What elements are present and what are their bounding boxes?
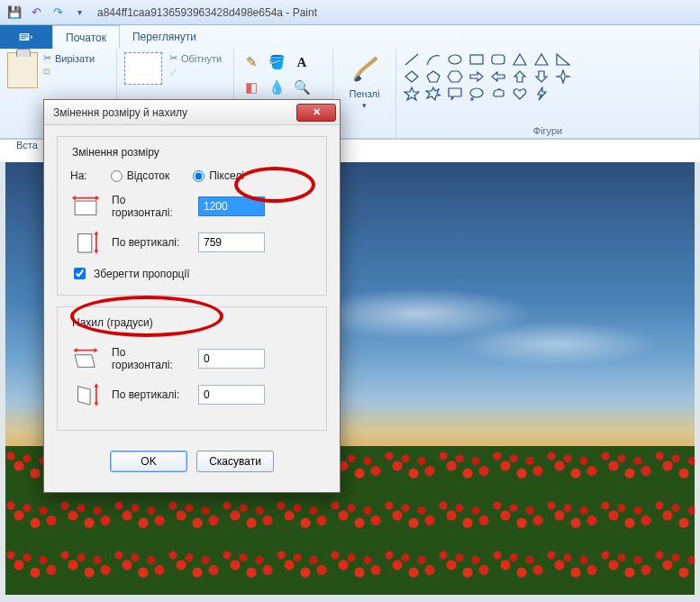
resize-button[interactable]: ⤢ (169, 67, 222, 78)
shape-star4-icon[interactable] (555, 69, 571, 84)
chevron-down-icon[interactable]: ▾ (362, 101, 367, 110)
shape-star5-icon[interactable] (404, 87, 420, 101)
horizontal-label: По горизонталі: (112, 194, 189, 220)
shape-heart-icon[interactable] (512, 87, 528, 101)
shape-arrow-r-icon[interactable] (468, 69, 485, 84)
fill-icon[interactable]: 🪣 (267, 52, 286, 72)
vertical-input[interactable] (198, 233, 265, 252)
shape-arrow-d-icon[interactable] (533, 69, 550, 84)
svg-marker-8 (514, 54, 526, 65)
cancel-button[interactable]: Скасувати (196, 451, 274, 472)
skew-vertical-label: По вертикалі: (112, 388, 189, 401)
shapes-group-label: Фігури (404, 125, 692, 136)
crop-label: Обітнути (181, 53, 222, 64)
cut-button[interactable]: ✂ Вирізати (43, 52, 95, 64)
skew-fieldset: Нахил (градуси) По горизонталі: По верти… (57, 306, 327, 431)
tab-home[interactable]: Початок (52, 25, 120, 49)
svg-rect-2 (21, 36, 28, 37)
resize-fieldset-title: Змінення розміру (68, 146, 163, 159)
skew-fieldset-title: Нахил (градуси) (68, 316, 157, 329)
scissors-icon: ✂ (43, 52, 51, 64)
select-icon[interactable] (124, 52, 162, 85)
ribbon-group-shapes: Фігури (396, 49, 700, 138)
qat-dropdown-icon[interactable]: ▾ (70, 4, 88, 22)
svg-rect-7 (492, 55, 505, 64)
svg-rect-24 (78, 234, 92, 252)
svg-line-4 (405, 54, 418, 65)
shape-callout-rect-icon[interactable] (447, 87, 463, 101)
shape-arrow-l-icon[interactable] (490, 69, 506, 84)
svg-marker-16 (426, 87, 441, 100)
radio-pixels-label: Пікселі (209, 169, 244, 182)
window-title: a844ff1caa9136593963428d498e654a - Paint (97, 6, 317, 19)
eraser-icon[interactable]: ◧ (241, 78, 261, 97)
pencil-icon[interactable]: ✎ (241, 52, 261, 72)
shape-hexagon-icon[interactable] (447, 69, 463, 84)
save-icon[interactable]: 💾 (5, 4, 23, 22)
file-tab[interactable] (0, 25, 52, 49)
keep-ratio-checkbox[interactable]: Зберегти пропорції (70, 265, 315, 282)
skew-horizontal-input[interactable] (198, 349, 265, 369)
brush-icon[interactable] (348, 52, 382, 87)
close-icon: ✕ (313, 106, 321, 118)
svg-marker-26 (94, 231, 98, 234)
shape-rect-icon[interactable] (468, 52, 485, 67)
shape-curve-icon[interactable] (425, 52, 441, 67)
radio-pixels[interactable]: Пікселі (193, 169, 244, 182)
shape-star6-icon[interactable] (425, 87, 441, 101)
radio-percent[interactable]: Відсоток (111, 169, 170, 182)
shape-diamond-icon[interactable] (404, 69, 420, 84)
svg-marker-10 (557, 54, 569, 65)
shape-arrow-u-icon[interactable] (512, 69, 528, 84)
paste-label-fragment: Вста (16, 140, 38, 150)
brushes-label: Пензлі (350, 88, 380, 99)
resize-skew-dialog: Змінення розміру й нахилу ✕ Змінення роз… (43, 99, 341, 493)
shape-roundrect-icon[interactable] (490, 52, 506, 67)
redo-icon[interactable]: ↷ (49, 4, 67, 22)
copy-icon: ⧉ (43, 66, 50, 78)
svg-point-5 (449, 55, 461, 64)
ribbon-group-brushes: Пензлі ▾ (333, 49, 396, 138)
tab-view[interactable]: Переглянути (120, 25, 209, 49)
svg-marker-32 (78, 387, 91, 405)
quick-access-toolbar: 💾 ↶ ↷ ▾ (0, 4, 88, 22)
shapes-gallery[interactable] (404, 52, 575, 101)
keep-ratio-input[interactable] (74, 268, 86, 279)
horizontal-input[interactable] (198, 196, 265, 216)
cut-label: Вирізати (55, 53, 95, 64)
copy-button[interactable]: ⧉ (43, 66, 95, 78)
magnifier-icon[interactable]: 🔍 (292, 78, 312, 97)
svg-marker-19 (538, 87, 546, 100)
vertical-resize-icon (68, 229, 103, 256)
crop-icon: ✂ (169, 52, 177, 64)
svg-marker-9 (535, 54, 548, 65)
shape-triangle-icon[interactable] (533, 52, 550, 67)
svg-marker-13 (448, 71, 462, 82)
vertical-label: По вертикалі: (112, 236, 189, 249)
shape-righttri-icon[interactable] (555, 52, 571, 67)
svg-rect-3 (21, 38, 25, 39)
by-label: На: (70, 169, 87, 182)
paste-icon[interactable] (7, 52, 38, 88)
shape-oval-icon[interactable] (447, 52, 463, 67)
close-button[interactable]: ✕ (296, 104, 336, 122)
shape-callout-cloud-icon[interactable] (490, 87, 506, 101)
ok-button[interactable]: OK (110, 451, 187, 472)
undo-icon[interactable]: ↶ (27, 4, 45, 22)
color-picker-icon[interactable]: 💧 (267, 78, 286, 97)
shape-polygon-icon[interactable] (512, 52, 528, 67)
radio-pixels-input[interactable] (193, 170, 205, 182)
crop-button[interactable]: ✂ Обітнути (169, 52, 222, 64)
dialog-titlebar[interactable]: Змінення розміру й нахилу ✕ (44, 100, 340, 125)
skew-vertical-input[interactable] (198, 385, 265, 405)
shape-lightning-icon[interactable] (533, 87, 550, 101)
text-tool-icon[interactable]: A (292, 52, 312, 72)
keep-ratio-label: Зберегти пропорції (94, 268, 189, 280)
shape-line-icon[interactable] (404, 52, 420, 67)
shape-callout-oval-icon[interactable] (468, 87, 485, 101)
svg-marker-15 (405, 87, 419, 100)
radio-percent-input[interactable] (111, 170, 123, 182)
ribbon-tabs: Початок Переглянути (0, 25, 700, 49)
resize-icon: ⤢ (169, 67, 177, 78)
shape-pentagon-icon[interactable] (425, 69, 441, 84)
